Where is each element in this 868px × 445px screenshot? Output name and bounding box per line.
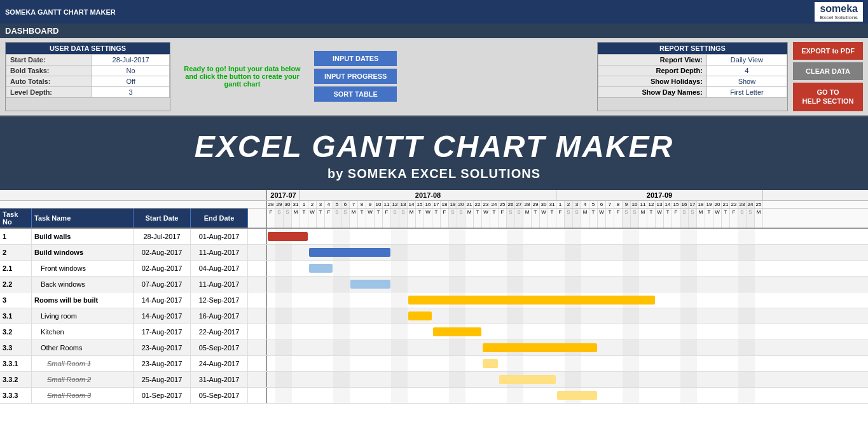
gantt-bar-cell [267,229,868,244]
day-number-cell: 24 [490,201,499,208]
table-row: Auto Totals: Off [6,76,170,87]
help-section-button[interactable]: GO TO HELP SECTION [793,83,863,111]
table-row: 3.3.3Small Room 301-Sep-201705-Sep-2017 [0,388,868,404]
table-row: 2Build windows02-Aug-201711-Aug-2017 [0,245,868,261]
fixed-cols: 3.3.1Small Room 123-Aug-201724-Aug-2017 [0,356,267,371]
day-number-cell: 11 [639,201,647,208]
show-day-names-value[interactable]: First Letter [706,87,787,98]
show-day-names-label: Show Day Names: [598,87,707,98]
day-number-cell: 23 [738,201,747,208]
day-letter-cell: F [614,209,623,228]
day-number-cell: 29 [532,201,540,208]
sort-table-button[interactable]: SORT TABLE [314,86,397,102]
main-title: EXCEL GANTT CHART MAKER [0,129,868,164]
end-date-cell: 05-Sep-2017 [191,388,248,403]
end-date-cell: 22-Aug-2017 [191,324,248,339]
table-row: Report Depth: 4 [598,65,787,76]
fixed-cols: 3.3.2Small Room 225-Aug-201731-Aug-2017 [0,372,267,387]
day-letter-cell: F [556,209,565,228]
start-date-cell: 07-Aug-2017 [134,277,191,292]
month-cell: 2017-07 [267,190,300,200]
month-cell: 2017-09 [556,190,763,200]
day-letter-cell: S [399,209,408,228]
day-letter-cell: T [606,209,614,228]
task-name-cell: Small Room 3 [32,388,134,403]
task-no-cell: 3.3 [0,340,32,355]
report-view-value[interactable]: Daily View [706,55,787,65]
day-number-cell: 24 [747,201,755,208]
day-letter-cell: W [308,209,317,228]
gantt-bar [433,327,481,336]
report-settings-table: Report View: Daily View Report Depth: 4 … [598,54,787,98]
table-row: 3.3Other Rooms23-Aug-201705-Sep-2017 [0,340,868,356]
table-row: 3.3.1Small Room 123-Aug-201724-Aug-2017 [0,356,868,372]
task-name-cell: Rooms will be built [32,292,134,308]
fixed-cols: 2Build windows02-Aug-201711-Aug-2017 [0,245,267,260]
show-holidays-value[interactable]: Show [706,76,787,87]
gantt-bar [499,375,556,384]
gantt-area: 2017-072017-082017-09 282930311234567891… [0,190,868,404]
day-number-cell: 2 [565,201,573,208]
day-letter-cell: F [499,209,507,228]
day-letter-cell: T [358,209,366,228]
day-letter-cell: S [391,209,399,228]
day-letter-cell: T [722,209,730,228]
level-depth-label: Level Depth: [6,87,92,98]
table-row: 2.1Front windows02-Aug-201704-Aug-2017 [0,261,868,277]
start-date-value[interactable]: 28-Jul-2017 [92,55,170,65]
day-letter-cell: M [755,209,763,228]
end-date-cell: 05-Sep-2017 [191,340,248,355]
report-depth-value[interactable]: 4 [706,65,787,76]
task-name-cell: Small Room 1 [32,356,134,371]
day-number-cell: 5 [589,201,598,208]
gantt-bar-cell [267,356,868,371]
bold-tasks-value[interactable]: No [92,65,170,76]
right-buttons: EXPORT to PDF CLEAR DATA GO TO HELP SECT… [793,42,863,111]
end-date-cell: 11-Aug-2017 [191,245,248,260]
day-letter-cell: S [515,209,523,228]
day-nums-empty [0,201,267,208]
end-date-cell: 11-Aug-2017 [191,277,248,292]
gantt-bar-cell [267,308,868,324]
input-dates-button[interactable]: INPUT DATES [314,51,397,66]
clear-data-button[interactable]: CLEAR DATA [793,62,863,80]
input-progress-button[interactable]: INPUT PROGRESS [314,69,397,84]
day-number-cell: 29 [275,201,284,208]
day-number-cell: 19 [705,201,713,208]
table-row: Level Depth: 3 [6,87,170,98]
report-view-label: Report View: [598,55,707,65]
day-letter-cell: S [341,209,350,228]
dashboard-bar: DASHBOARD [0,24,868,38]
day-letter-cell: W [540,209,548,228]
export-pdf-button[interactable]: EXPORT to PDF [793,42,863,60]
day-letter-cell: M [350,209,358,228]
day-number-cell: 8 [358,201,366,208]
task-name-cell: Back windows [32,277,134,292]
user-data-header: USER DATA SETTINGS [6,43,170,54]
day-letter-cell: W [424,209,432,228]
auto-totals-value[interactable]: Off [92,76,170,87]
day-number-cell: 20 [457,201,465,208]
task-name-col-header: Task Name [32,209,134,228]
gantt-bar [309,248,390,257]
day-number-cell: 6 [341,201,350,208]
gantt-bar-cell [267,292,868,308]
gantt-bar [309,264,333,273]
day-number-cell: 14 [408,201,416,208]
gantt-bar-cell [267,372,868,387]
end-date-cell: 12-Sep-2017 [191,292,248,308]
show-holidays-label: Show Holidays: [598,76,707,87]
gantt-bar [557,391,597,400]
fixed-cols: 1Build walls28-Jul-201701-Aug-2017 [0,229,267,244]
start-date-cell: 17-Aug-2017 [134,324,191,339]
gantt-bar-cell [267,261,868,276]
day-letter-cell: T [532,209,540,228]
day-letter-cell: T [416,209,424,228]
level-depth-value[interactable]: 3 [92,87,170,98]
day-letter-cell: M [292,209,300,228]
task-name-cell: Small Room 2 [32,372,134,387]
gantt-rows: 1Build walls28-Jul-201701-Aug-20172Build… [0,229,868,404]
task-no-cell: 3.1 [0,308,32,324]
sub-title: by SOMEKA EXCEL SOLUTIONS [0,167,868,181]
day-letter-cell: T [647,209,656,228]
